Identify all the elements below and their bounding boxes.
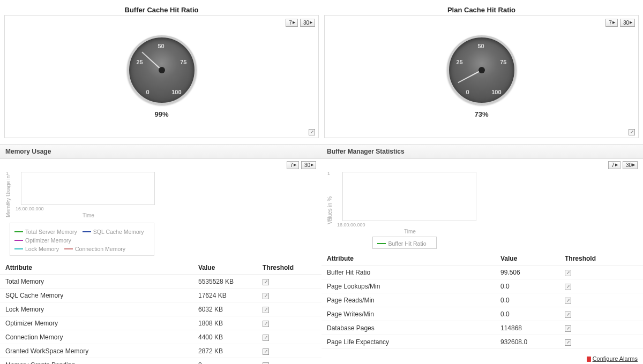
- threshold-cell: ⤢: [559, 293, 643, 307]
- gauge-tick-25: 25: [457, 59, 463, 65]
- legend-swatch: [64, 248, 73, 249]
- section-header-buffer-stats: Buffer Manager Statistics: [322, 144, 643, 159]
- attr-cell: Page Life Expectancy: [322, 335, 495, 349]
- legend-label: Total Server Memory: [25, 229, 77, 235]
- legend-swatch: [83, 231, 91, 232]
- legend-item: Connection Memory: [64, 246, 125, 252]
- section-header-memory-usage: Memory Usage: [0, 144, 322, 159]
- legend-label: Connection Memory: [75, 246, 125, 252]
- table-row: Granted WorkSpace Memory2872 KB⤢: [0, 344, 322, 358]
- value-cell: 1808 KB: [193, 316, 257, 330]
- ytick: 0: [327, 217, 330, 222]
- threshold-edit-icon[interactable]: ⤢: [565, 284, 571, 290]
- time-7-button[interactable]: 7▶: [286, 19, 298, 27]
- threshold-cell: ⤢: [559, 321, 643, 335]
- ytick: 1: [327, 171, 330, 176]
- value-cell: 0.0: [495, 293, 559, 307]
- gauge-tick-100: 100: [491, 89, 501, 95]
- yaxis-label: Memory Usage in: [5, 172, 11, 221]
- threshold-cell: ⤢: [559, 266, 643, 279]
- threshold-edit-icon[interactable]: ⤢: [263, 293, 269, 299]
- threshold-edit-icon[interactable]: ⤢: [263, 348, 269, 355]
- expand-icon[interactable]: ⤢: [629, 129, 635, 135]
- panel-title-buffer-cache: Buffer Cache Hit Ratio: [4, 3, 319, 15]
- value-cell: 4400 KB: [193, 330, 257, 344]
- col-threshold: Threshold: [257, 261, 322, 275]
- threshold-edit-icon[interactable]: ⤢: [263, 279, 269, 285]
- legend-swatch: [14, 248, 23, 249]
- gauge-tick-75: 75: [180, 59, 186, 65]
- threshold-cell: ⤢: [257, 302, 322, 316]
- threshold-edit-icon[interactable]: ⤢: [263, 321, 269, 327]
- buffer-stats-legend: Buffer Hit Ratio: [372, 237, 436, 249]
- table-row: Page Writes/Min0.0⤢: [322, 307, 643, 321]
- col-value: Value: [193, 261, 257, 275]
- threshold-cell: ⤢: [559, 307, 643, 321]
- gauge-panel-buffer-cache: 7▶ 30▶ 50 25 75 0 100 99% ⤢: [4, 15, 319, 138]
- time-30-button[interactable]: 30▶: [301, 161, 316, 169]
- xaxis-start: 16:00:00.000: [16, 205, 155, 211]
- threshold-cell: ⤢: [257, 344, 322, 358]
- legend-label: Optimizer Memory: [25, 237, 71, 244]
- value-cell: 5535528 KB: [193, 275, 257, 289]
- gauge-buffer-cache: 50 25 75 0 100: [127, 35, 197, 105]
- value-cell: 114868: [495, 321, 559, 335]
- time-30-button[interactable]: 30▶: [300, 19, 315, 27]
- attr-cell: Optimizer Memory: [0, 316, 193, 330]
- threshold-edit-icon[interactable]: ⤢: [565, 312, 571, 318]
- gauge-value-label: 99%: [154, 110, 168, 118]
- threshold-cell: ⤢: [257, 330, 322, 344]
- threshold-cell: ⤢: [257, 358, 322, 365]
- value-cell: 0.0: [495, 279, 559, 293]
- threshold-edit-icon[interactable]: ⤢: [263, 307, 269, 313]
- gauge-tick-50: 50: [478, 43, 484, 49]
- value-cell: 17624 KB: [193, 289, 257, 302]
- attr-cell: SQL Cache Memory: [0, 289, 193, 302]
- gauge-tick-75: 75: [500, 59, 506, 65]
- time-7-button[interactable]: 7▶: [287, 161, 299, 169]
- time-7-button[interactable]: 7▶: [608, 161, 620, 169]
- legend-swatch: [14, 231, 23, 232]
- legend-label: Buffer Hit Ratio: [388, 240, 426, 247]
- alarm-icon: [587, 357, 591, 362]
- attr-cell: Lock Memory: [0, 302, 193, 316]
- value-cell: 0.0: [495, 307, 559, 321]
- attr-cell: Granted WorkSpace Memory: [0, 344, 193, 358]
- time-30-button[interactable]: 30▶: [620, 19, 635, 27]
- threshold-edit-icon[interactable]: ⤢: [565, 298, 571, 304]
- gauge-tick-50: 50: [158, 43, 165, 49]
- xaxis-start: 16:00:00.000: [337, 221, 476, 228]
- table-row: Database Pages114868⤢: [322, 321, 643, 335]
- expand-icon[interactable]: ⤢: [309, 129, 315, 135]
- threshold-edit-icon[interactable]: ⤢: [565, 325, 571, 332]
- threshold-edit-icon[interactable]: ⤢: [263, 335, 269, 341]
- threshold-cell: ⤢: [559, 335, 643, 349]
- buffer-stats-plot: [342, 172, 476, 221]
- time-7-button[interactable]: 7▶: [605, 19, 618, 27]
- attr-cell: Database Pages: [322, 321, 495, 335]
- table-row: Page Life Expectancy932608.0⤢: [322, 335, 643, 349]
- gauge-plan-cache: 50 25 75 0 100: [447, 35, 517, 105]
- time-30-button[interactable]: 30▶: [623, 161, 638, 169]
- attr-cell: Connection Memory: [0, 330, 193, 344]
- table-row: Optimizer Memory1808 KB⤢: [0, 316, 322, 330]
- col-attribute: Attribute: [322, 252, 495, 266]
- table-row: Buffer Hit Ratio99.506⤢: [322, 266, 643, 279]
- threshold-edit-icon[interactable]: ⤢: [565, 270, 571, 276]
- memory-usage-plot: [21, 172, 155, 205]
- legend-swatch: [14, 240, 23, 241]
- attr-cell: Memory Grants Pending: [0, 358, 193, 365]
- gauge-tick-100: 100: [171, 89, 181, 95]
- legend-swatch: [377, 243, 386, 244]
- threshold-cell: ⤢: [257, 289, 322, 302]
- configure-alarms-link[interactable]: Configure Alarms: [587, 355, 638, 362]
- value-cell: 6032 KB: [193, 302, 257, 316]
- xaxis-label: Time: [333, 229, 476, 234]
- threshold-cell: ⤢: [257, 275, 322, 289]
- col-threshold: Threshold: [559, 252, 643, 266]
- table-row: Memory Grants Pending0⤢: [0, 358, 322, 365]
- threshold-edit-icon[interactable]: ⤢: [565, 339, 571, 346]
- table-row: Lock Memory6032 KB⤢: [0, 302, 322, 316]
- legend-item: Lock Memory: [14, 246, 59, 252]
- col-value: Value: [495, 252, 559, 266]
